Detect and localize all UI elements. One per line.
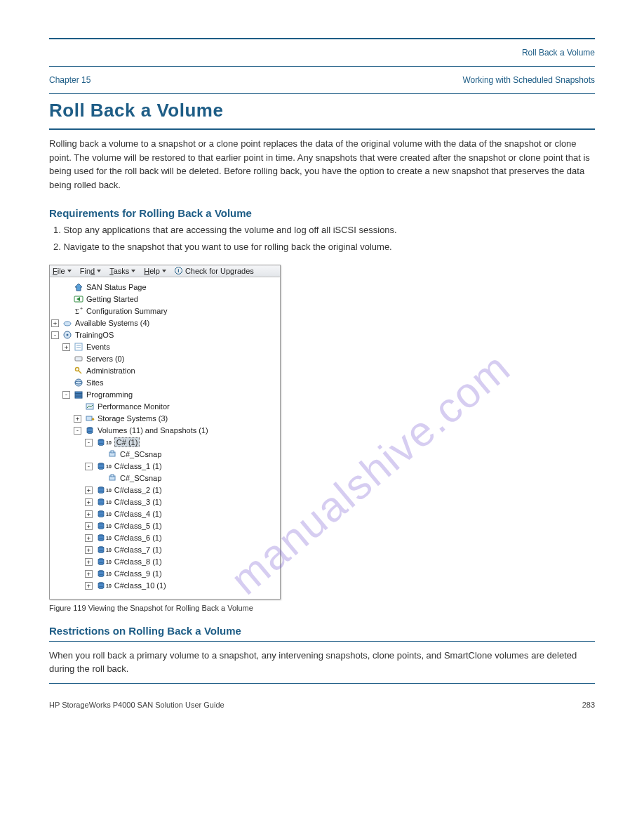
step-2: 2. Navigate to the snapshot that you wan… [67,240,595,255]
expand-toggle[interactable]: - [85,463,93,470]
chapter-title: Working with Scheduled Snapshots [462,75,595,85]
tree-vol-cc7[interactable]: C#class_7 (1) [114,545,162,554]
svg-rect-11 [75,357,82,361]
menu-find[interactable]: Find [80,267,101,275]
running-head: Roll Back a Volume [49,44,595,62]
svg-rect-8 [75,343,82,350]
cloud-icon [62,318,72,328]
tree-available-systems[interactable]: Available Systems (4) [75,319,149,327]
tree-trainingos[interactable]: TrainingOS [75,331,114,339]
key-icon [74,366,83,376]
requirements-heading: Requirements for Rolling Back a Volume [49,207,595,219]
svg-point-61 [98,587,104,589]
rule-footer [49,683,595,684]
svg-point-46 [98,527,104,529]
nav-tree: . SAN Status Page . Getting Started . Σ+… [50,277,280,599]
tree-servers[interactable]: Servers (0) [86,355,124,363]
tree-admin[interactable]: Administration [86,366,135,375]
svg-rect-17 [75,394,82,396]
tree-vol-csharp[interactable]: C# (1) [114,437,140,447]
volume-icon [96,509,106,519]
svg-text:Σ: Σ [75,307,79,315]
arrow-icon [74,294,83,304]
events-icon [74,342,83,352]
expand-toggle[interactable]: + [85,522,93,530]
expand-toggle[interactable]: + [85,558,93,566]
tree-snap-1[interactable]: C#_SCsnap [120,450,161,458]
svg-rect-29 [111,451,114,453]
expand-toggle[interactable]: - [51,331,59,339]
expand-toggle[interactable]: + [85,498,93,506]
volume-icon [96,437,106,447]
globe-icon [74,378,83,388]
expand-toggle[interactable]: - [74,427,81,435]
menu-tasks[interactable]: Tasks [109,267,135,275]
svg-marker-0 [75,284,82,291]
chart-icon [85,402,95,411]
expand-toggle[interactable]: + [85,486,93,494]
expand-toggle[interactable]: + [85,582,93,590]
expand-toggle[interactable]: + [62,343,70,351]
tree-vol-cc6[interactable]: C#class_6 (1) [114,534,162,542]
volume-icon [96,485,106,495]
svg-rect-34 [111,475,114,477]
svg-point-49 [98,539,104,541]
tree-vol-cc3[interactable]: C#class_3 (1) [114,498,162,506]
menu-help[interactable]: Help [144,267,166,275]
tree-vol-cc5[interactable]: C#class_5 (1) [114,522,162,530]
svg-point-7 [67,334,69,336]
svg-point-32 [98,468,104,470]
svg-point-5 [64,322,71,326]
tree-programming[interactable]: Programming [86,390,133,399]
figure-caption: Figure 119 Viewing the Snapshot for Roll… [49,604,595,612]
restrictions-heading: Restrictions on Rolling Back a Volume [49,625,595,637]
expand-toggle[interactable]: - [85,439,93,446]
tree-vol-cc9[interactable]: C#class_9 (1) [114,569,162,578]
expand-toggle[interactable]: + [85,510,93,518]
tree-config-summary[interactable]: Configuration Summary [86,307,168,315]
tree-vol-cc8[interactable]: C#class_8 (1) [114,557,162,566]
tree-snap-2[interactable]: C#_SCsnap [120,474,161,482]
tree-vol-cc10[interactable]: C#class_10 (1) [114,581,166,590]
rule-title [49,128,595,130]
expand-toggle[interactable]: + [85,546,93,554]
svg-point-52 [98,551,104,553]
footer-page-num: 283 [582,701,595,709]
expand-toggle[interactable]: + [51,319,59,327]
rule-top [49,38,595,39]
menu-check-upgrades[interactable]: iCheck for Upgrades [175,267,254,275]
tree-vol-cc1[interactable]: C#class_1 (1) [114,462,162,470]
svg-point-14 [75,379,82,386]
storage-warning-icon [85,413,95,423]
volume-icon [96,521,106,531]
svg-point-40 [98,503,104,505]
volume-icon [96,497,106,507]
tree-san-status[interactable]: SAN Status Page [86,283,147,291]
tree-perf-monitor[interactable]: Performance Monitor [98,402,170,411]
step-1: 1. Stop any applications that are access… [67,223,595,238]
tree-sites[interactable]: Sites [86,378,103,387]
rule-thin-2 [49,93,595,94]
expand-toggle[interactable]: + [74,415,81,423]
tree-events[interactable]: Events [86,343,110,351]
page-container: Roll Back a Volume Chapter 15 Working wi… [0,0,644,743]
tree-getting-started[interactable]: Getting Started [86,295,138,303]
tree-storage-systems[interactable]: Storage Systems (3) [98,414,168,423]
tree-vol-cc4[interactable]: C#class_4 (1) [114,510,162,518]
tree-vol-cc2[interactable]: C#class_2 (1) [114,486,162,494]
svg-point-43 [98,515,104,517]
expand-toggle[interactable]: + [85,534,93,542]
menu-file[interactable]: FFileile [53,267,72,275]
rule-thin-1 [49,66,595,67]
stack-icon [74,390,83,399]
snapshot-icon [107,473,117,483]
svg-rect-18 [75,397,82,399]
tree-volumes[interactable]: Volumes (11) and Snapshots (1) [98,426,208,435]
volume-icon [96,461,106,471]
svg-text:+: + [80,306,83,311]
menubar: FFileile Find Tasks Help iCheck for Upgr… [50,265,280,277]
expand-toggle[interactable]: + [85,570,93,578]
expand-toggle[interactable]: - [62,391,70,399]
chapter-number: Chapter 15 [49,75,90,85]
intro-paragraph: Rolling back a volume to a snapshot or a… [49,137,595,192]
